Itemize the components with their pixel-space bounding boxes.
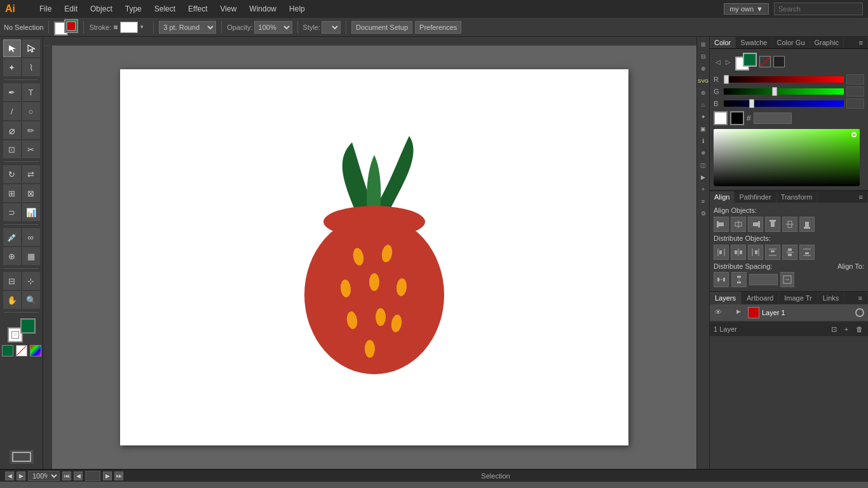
tab-pathfinder[interactable]: Pathfinder [735, 191, 776, 203]
search-input[interactable] [774, 3, 863, 15]
color-picker-area[interactable] [714, 129, 860, 186]
graphic-style-icon[interactable]: ▣ [698, 124, 709, 134]
dist-right-btn[interactable] [748, 245, 763, 260]
layers-side-icon[interactable]: ≡ [698, 196, 709, 207]
scissors-tool[interactable]: ✂ [22, 140, 40, 158]
new-layer-btn[interactable]: + [841, 324, 851, 334]
fg-color-swatch[interactable] [743, 53, 757, 67]
info-icon[interactable]: ℹ [698, 136, 709, 146]
last-page-btn[interactable]: ⏭ [114, 471, 123, 480]
align-bottom-btn[interactable] [799, 217, 815, 232]
magic-wand-tool[interactable]: ✦ [3, 58, 21, 76]
blend-tool[interactable]: ∞ [22, 228, 40, 246]
graph-tool[interactable]: 📊 [22, 203, 40, 221]
ellipse-tool[interactable]: ○ [22, 102, 40, 120]
tab-color-guide[interactable]: Color Gu [773, 37, 810, 48]
stroke-swatch[interactable] [64, 19, 78, 33]
lasso-tool[interactable]: ⌇ [22, 58, 40, 76]
artboard-tool[interactable]: ⊟ [3, 272, 21, 290]
transform-panel-icon[interactable]: ⊞ [698, 39, 709, 50]
preferences-button[interactable]: Preferences [415, 21, 461, 34]
appearance-icon[interactable]: ✦ [698, 112, 709, 122]
menu-file[interactable]: File [34, 2, 57, 16]
page-number-input[interactable]: 1 [85, 471, 100, 481]
workspace-button[interactable]: my own ▼ [724, 3, 769, 15]
pathfinder-icon[interactable]: ⊕ [698, 64, 709, 74]
b-value-input[interactable]: 55 [846, 98, 864, 109]
delete-layer-btn[interactable]: 🗑 [854, 324, 864, 334]
zoom-select[interactable]: 100% [28, 471, 60, 481]
brush-lib-icon[interactable]: ⌂ [698, 100, 709, 110]
tab-links[interactable]: Links [818, 292, 845, 304]
distribute-px-input[interactable]: 0 px [749, 274, 778, 285]
gradient-box[interactable] [30, 345, 41, 356]
align-top-btn[interactable] [765, 217, 780, 232]
selection-tool[interactable] [3, 39, 21, 57]
eyedropper-tool[interactable]: 💉 [3, 228, 21, 246]
tab-transform[interactable]: Transform [776, 191, 818, 203]
stroke-dropdown-icon[interactable]: ▼ [139, 22, 148, 33]
tab-image-tr[interactable]: Image Tr [779, 292, 817, 304]
none-swatch[interactable] [759, 56, 771, 67]
prev-page-btn[interactable]: ◀ [74, 471, 83, 480]
eraser-tool[interactable]: ⊡ [3, 140, 21, 158]
align-to-select-btn[interactable] [780, 272, 794, 287]
canvas-btn[interactable] [10, 450, 34, 464]
tab-graphic[interactable]: Graphic [810, 37, 844, 48]
new-icon[interactable]: + [698, 184, 709, 194]
black-swatch-2[interactable] [730, 111, 744, 125]
panel-options-btn[interactable]: ≡ [855, 37, 868, 48]
dist-bottom-btn[interactable] [799, 245, 815, 260]
white-swatch[interactable] [714, 111, 728, 125]
reshape-tool[interactable]: ⊠ [22, 184, 40, 202]
menu-window[interactable]: Window [244, 2, 281, 16]
zoom-tool[interactable]: 🔍 [22, 291, 40, 309]
doc-setup-button[interactable]: Document Setup [351, 21, 412, 34]
stroke-color-swatch[interactable] [120, 22, 138, 33]
align-options-btn[interactable]: ≡ [855, 191, 868, 203]
scale-tool[interactable]: ⊞ [3, 184, 21, 202]
r-slider-track[interactable] [724, 76, 844, 83]
menu-type[interactable]: Type [120, 2, 147, 16]
tab-swatches[interactable]: Swatche [736, 37, 772, 48]
opacity-select[interactable]: 100% [254, 21, 292, 34]
paintbrush-tool[interactable]: ⌀ [3, 121, 21, 139]
g-slider-track[interactable] [724, 88, 844, 95]
settings-side-icon[interactable]: ⚙ [698, 208, 709, 219]
style-select[interactable] [322, 21, 341, 34]
menu-edit[interactable]: Edit [59, 2, 83, 16]
dist-space-h-btn[interactable] [714, 272, 729, 287]
align-center-h-btn[interactable] [731, 217, 746, 232]
menu-select[interactable]: Select [149, 2, 180, 16]
arrow-right-icon[interactable]: ▷ [724, 57, 733, 66]
swap-colors-btn[interactable]: ⇄ [11, 331, 19, 339]
strawberry-illustration[interactable] [276, 111, 473, 377]
none-box[interactable] [16, 345, 27, 356]
dist-center-h-btn[interactable] [731, 245, 746, 260]
r-slider-thumb[interactable] [724, 75, 729, 84]
hand-tool[interactable]: ✋ [3, 291, 21, 309]
direct-selection-tool[interactable] [22, 39, 40, 57]
brush-size-select[interactable]: 3 pt. Round [159, 21, 216, 34]
layer-1-item[interactable]: 👁 ▶ Layer 1 [710, 304, 868, 322]
menu-effect[interactable]: Effect [183, 2, 212, 16]
layers-options-btn[interactable]: ≡ [853, 292, 868, 304]
slice-tool[interactable]: ⊹ [22, 272, 40, 290]
type-tool[interactable]: T [22, 83, 40, 101]
hex-input[interactable]: 006837 [754, 112, 792, 124]
dist-top-btn[interactable] [765, 245, 780, 260]
tab-color[interactable]: Color [710, 37, 736, 48]
align-panel-icon[interactable]: ⊟ [698, 51, 709, 62]
pencil-tool[interactable]: ✏ [22, 121, 40, 139]
color-fill-box[interactable] [2, 345, 13, 356]
align-right-btn[interactable] [748, 217, 763, 232]
arrow-left-icon[interactable]: ◁ [714, 57, 722, 66]
black-swatch[interactable] [773, 56, 785, 67]
rotate-tool[interactable]: ↻ [3, 165, 21, 183]
align-center-v-btn[interactable] [782, 217, 797, 232]
align-left-btn[interactable] [714, 217, 729, 232]
reflect-tool[interactable]: ⇄ [22, 165, 40, 183]
symbol-icon[interactable]: ⊛ [698, 88, 709, 98]
dist-space-v-btn[interactable] [731, 272, 747, 287]
menu-help[interactable]: Help [284, 2, 310, 16]
